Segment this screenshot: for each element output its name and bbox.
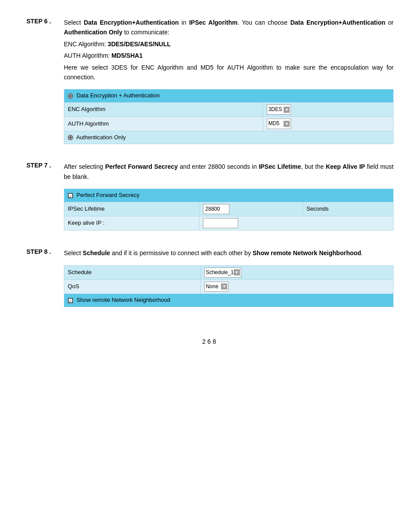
step6-auth-only-cell: Authentication Only	[64, 131, 394, 144]
page-number: 268	[26, 338, 394, 345]
step6-auth-only-radio[interactable]	[68, 135, 73, 140]
step6-auth: MD5/SHA1	[111, 52, 143, 59]
step8-block: STEP 8 . Select Schedule and if it is pe…	[26, 248, 394, 312]
step8-content: Select Schedule and if it is permissive …	[64, 248, 394, 312]
step6-auth-select-arrow: ▼	[284, 121, 290, 127]
step8-bold2: Show remote Network Neighborhood	[253, 249, 361, 256]
step8-schedule-val: Schedule_1	[206, 268, 233, 277]
step8-schedule-row: Schedule Schedule_1 ▼	[64, 265, 394, 279]
step8-show-remote-checkbox[interactable]	[68, 298, 73, 303]
step6-auth-row: AUTH Algorithm MD5 ▼	[64, 117, 394, 131]
step6-auth-only-label: Authentication Only	[76, 134, 126, 141]
step7-bold2: IPSec Lifetime	[259, 163, 301, 170]
step6-enc-label: ENC Algorithm	[64, 103, 263, 117]
step7-content: After selecting Perfect Forward Secrecy …	[64, 162, 394, 235]
step7-bold1: Perfect Forward Secrecy	[105, 163, 178, 170]
step8-qos-label: QoS	[64, 279, 201, 294]
step8-label: STEP 8 .	[26, 248, 64, 312]
step6-table-header-row: Data Encryption + Authentication	[64, 89, 394, 103]
step8-qos-select[interactable]: None ▼	[204, 282, 228, 292]
step7-keepalive-control-cell	[199, 216, 394, 230]
step6-auth-select[interactable]: MD5 ▼	[267, 119, 291, 129]
step6-bold1: Data Encryption+Authentication	[84, 19, 179, 26]
step6-content: Select Data Encryption+Authentication in…	[64, 18, 394, 149]
step8-qos-row: QoS None ▼	[64, 279, 394, 294]
step6-auth-only-row: Authentication Only	[64, 131, 394, 144]
step6-enc-row: ENC Algorithm 3DES ▼	[64, 103, 394, 117]
step6-para2: ENC Algorithm: 3DES/DES/AES/NULL	[64, 39, 394, 49]
step7-label: STEP 7 .	[26, 162, 64, 235]
step8-para1: Select Schedule and if it is permissive …	[64, 248, 394, 258]
step8-show-remote-cell: Show remote Network Neighborhood	[64, 294, 394, 307]
step8-table: Schedule Schedule_1 ▼ QoS None ▼	[64, 265, 394, 307]
step6-table-header-text: Data Encryption + Authentication	[77, 92, 160, 99]
step8-schedule-control-cell: Schedule_1 ▼	[201, 265, 394, 279]
step6-label: STEP 6 .	[26, 18, 64, 149]
step6-para3: AUTH Algorithm: MD5/SHA1	[64, 51, 394, 60]
step8-show-remote-row: Show remote Network Neighborhood	[64, 294, 394, 307]
step8-qos-val: None	[206, 282, 221, 291]
step7-lifetime-control-cell: 28800	[199, 202, 303, 216]
step6-enc-select-val: 3DES	[268, 105, 284, 114]
step7-pfs-header-row: Perfect Forward Secrecy	[64, 189, 394, 202]
step6-para4: Here we select 3DES for ENC Algorithm an…	[64, 63, 394, 82]
step7-pfs-label: Perfect Forward Secrecy	[77, 192, 140, 198]
step6-bold4: Authentication Only	[64, 29, 122, 36]
step7-lifetime-input[interactable]: 28800	[203, 204, 229, 214]
step8-show-remote-label: Show remote Network Neighborhood	[77, 297, 170, 303]
step8-qos-arrow: ▼	[221, 283, 227, 290]
step6-para1: Select Data Encryption+Authentication in…	[64, 18, 394, 37]
step6-enc-control-cell: 3DES ▼	[263, 103, 394, 117]
step7-lifetime-row: IPSec Lifetime 28800 Seconds	[64, 202, 394, 216]
step6-bold3: Data Encryption+Authentication	[290, 19, 385, 26]
step7-keepalive-row: Keep alive IP :	[64, 216, 394, 230]
step7-keepalive-input[interactable]	[203, 218, 238, 228]
step7-bold3: Keep Alive IP	[326, 163, 365, 170]
step8-qos-control-cell: None ▼	[201, 279, 394, 294]
step6-block: STEP 6 . Select Data Encryption+Authenti…	[26, 18, 394, 149]
step8-schedule-arrow: ▼	[234, 269, 240, 275]
step6-auth-select-val: MD5	[268, 119, 284, 128]
step7-block: STEP 7 . After selecting Perfect Forward…	[26, 162, 394, 235]
step7-seconds-label: Seconds	[302, 202, 393, 216]
step6-enc-select[interactable]: 3DES ▼	[267, 104, 291, 115]
step6-enc-select-arrow: ▼	[284, 107, 290, 113]
step6-radio-icon	[68, 93, 73, 99]
step7-keepalive-label: Keep alive IP :	[64, 216, 199, 230]
step6-table: Data Encryption + Authentication ENC Alg…	[64, 89, 394, 144]
step6-auth-label: AUTH Algorithm	[64, 117, 263, 131]
step7-pfs-header-cell: Perfect Forward Secrecy	[64, 189, 394, 202]
step8-schedule-select[interactable]: Schedule_1 ▼	[204, 268, 241, 278]
step6-bold2: IPSec Algorithm	[189, 19, 237, 26]
step7-table: Perfect Forward Secrecy IPSec Lifetime 2…	[64, 189, 394, 230]
step7-para1: After selecting Perfect Forward Secrecy …	[64, 162, 394, 182]
step7-lifetime-label: IPSec Lifetime	[64, 202, 199, 216]
step8-bold1: Schedule	[83, 249, 110, 256]
step6-auth-control-cell: MD5 ▼	[263, 117, 394, 131]
step7-pfs-checkbox[interactable]	[68, 193, 73, 198]
step8-schedule-label: Schedule	[64, 265, 201, 279]
step6-enc: 3DES/DES/AES/NULL	[108, 41, 171, 48]
step6-table-header-cell: Data Encryption + Authentication	[64, 89, 394, 103]
